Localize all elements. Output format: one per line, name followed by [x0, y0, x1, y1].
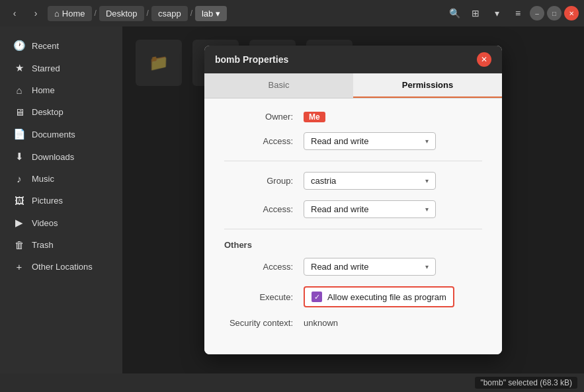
others-access-row: Access: Read and write ▾ — [224, 258, 482, 276]
properties-dialog: bomb Properties ✕ Basic Permissions Owne… — [204, 46, 502, 354]
sidebar-label-desktop: Desktop — [32, 107, 63, 117]
nav-forward-button[interactable]: › — [26, 4, 45, 22]
group-value: castria — [311, 176, 336, 186]
modal-overlay: bomb Properties ✕ Basic Permissions Owne… — [122, 26, 584, 373]
tab-permissions[interactable]: Permissions — [353, 73, 502, 98]
group-label: Group: — [224, 176, 304, 186]
sidebar-label-recent: Recent — [32, 41, 59, 51]
others-access-label: Access: — [224, 262, 304, 272]
sidebar-item-starred[interactable]: ★ Starred — [3, 57, 120, 79]
execute-checkbox-icon: ✓ — [312, 292, 322, 302]
other-locations-icon: + — [13, 261, 25, 272]
modal-close-button[interactable]: ✕ — [477, 52, 491, 67]
others-section-header: Others — [224, 240, 482, 250]
home-icon: ⌂ — [54, 9, 60, 19]
owner-access-select[interactable]: Read and write ▾ — [304, 132, 436, 150]
execute-checkbox-area[interactable]: ✓ Allow executing file as program — [304, 286, 454, 307]
sidebar-label-other-locations: Other Locations — [32, 262, 93, 272]
file-area: 📁 📁 📄 ⚙ bomb Properties ✕ Basic Permissi… — [122, 26, 584, 373]
recent-icon: 🕐 — [13, 40, 25, 52]
owner-badge: Me — [304, 112, 325, 122]
others-access-value: Read and write — [311, 262, 368, 272]
owner-access-value: Read and write — [311, 136, 368, 146]
sidebar-item-trash[interactable]: 🗑 Trash — [3, 234, 120, 256]
breadcrumb-lab-label: lab — [202, 9, 213, 19]
modal-body: Owner: Me Access: Read and write ▾ — [204, 98, 502, 354]
breadcrumb-lab[interactable]: lab ▾ — [195, 6, 227, 21]
group-select[interactable]: castria ▾ — [304, 172, 436, 190]
starred-icon: ★ — [13, 62, 25, 74]
group-chevron: ▾ — [425, 177, 429, 184]
modal-header: bomb Properties ✕ — [204, 46, 502, 73]
sidebar-label-videos: Videos — [32, 218, 58, 228]
breadcrumb-sep-1: / — [93, 9, 98, 18]
group-access-label: Access: — [224, 204, 304, 214]
sidebar-item-other-locations[interactable]: + Other Locations — [3, 256, 120, 278]
breadcrumb-sep-3: / — [189, 9, 194, 18]
breadcrumb-csapp[interactable]: csapp — [151, 6, 188, 21]
owner-row: Owner: Me — [224, 112, 482, 122]
others-access-chevron: ▾ — [425, 263, 429, 270]
execute-row: Execute: ✓ Allow executing file as progr… — [224, 286, 482, 307]
execute-checkbox-label: Allow executing file as program — [327, 292, 446, 302]
sidebar-item-videos[interactable]: ▶ Videos — [3, 212, 120, 234]
group-access-select[interactable]: Read and write ▾ — [304, 200, 436, 218]
tab-basic[interactable]: Basic — [204, 73, 353, 98]
downloads-icon: ⬇ — [13, 151, 25, 163]
menu-button[interactable]: ≡ — [509, 4, 527, 22]
sidebar-label-pictures: Pictures — [32, 196, 63, 206]
breadcrumb-home[interactable]: ⌂ Home — [48, 6, 92, 21]
view-toggle-button[interactable]: ▾ — [487, 4, 506, 22]
divider-1 — [224, 161, 482, 161]
sidebar-item-music[interactable]: ♪ Music — [3, 168, 120, 190]
close-window-button[interactable]: ✕ — [564, 6, 579, 20]
search-button[interactable]: 🔍 — [445, 4, 464, 22]
sidebar-label-documents: Documents — [32, 130, 75, 139]
nav-back-button[interactable]: ‹ — [5, 4, 24, 22]
sidebar-label-trash: Trash — [32, 240, 54, 250]
maximize-button[interactable]: □ — [547, 6, 562, 20]
breadcrumb-sep-2: / — [146, 9, 150, 18]
status-text: "bomb" selected (68.3 kB) — [475, 377, 577, 389]
owner-access-label: Access: — [224, 136, 304, 146]
sidebar-item-downloads[interactable]: ⬇ Downloads — [3, 145, 120, 168]
security-context-row: Security context: unknown — [224, 318, 482, 328]
breadcrumb-desktop-label: Desktop — [106, 9, 138, 19]
main-area: 🕐 Recent ★ Starred ⌂ Home 🖥 Desktop 📄 Do… — [0, 26, 584, 373]
owner-label: Owner: — [224, 112, 304, 122]
music-icon: ♪ — [13, 173, 25, 184]
group-access-chevron: ▾ — [425, 206, 429, 213]
pictures-icon: 🖼 — [13, 195, 25, 206]
security-context-label: Security context: — [224, 318, 304, 328]
titlebar-actions: 🔍 ⊞ ▾ ≡ – □ ✕ — [445, 4, 579, 22]
breadcrumb-desktop[interactable]: Desktop — [99, 6, 144, 21]
modal-tabs: Basic Permissions — [204, 73, 502, 98]
owner-value: Me — [304, 112, 482, 122]
breadcrumb-home-label: Home — [62, 9, 85, 19]
breadcrumb: ⌂ Home / Desktop / csapp / lab ▾ — [48, 6, 442, 21]
sidebar-item-desktop[interactable]: 🖥 Desktop — [3, 101, 120, 123]
divider-2 — [224, 229, 482, 229]
home-sidebar-icon: ⌂ — [13, 85, 25, 96]
execute-label: Execute: — [224, 292, 304, 302]
sidebar-label-home: Home — [32, 85, 55, 95]
sidebar-section-main: 🕐 Recent ★ Starred ⌂ Home 🖥 Desktop 📄 Do… — [0, 32, 122, 280]
group-row: Group: castria ▾ — [224, 172, 482, 190]
modal-title: bomb Properties — [215, 54, 288, 65]
sidebar-item-recent[interactable]: 🕐 Recent — [3, 34, 120, 57]
minimize-button[interactable]: – — [530, 6, 544, 20]
sidebar-item-home[interactable]: ⌂ Home — [3, 79, 120, 101]
videos-icon: ▶ — [13, 217, 25, 229]
sidebar-label-starred: Starred — [32, 63, 60, 73]
trash-icon: 🗑 — [13, 239, 25, 251]
group-access-row: Access: Read and write ▾ — [224, 200, 482, 218]
titlebar: ‹ › ⌂ Home / Desktop / csapp / lab ▾ 🔍 ⊞… — [0, 0, 584, 26]
sidebar-item-pictures[interactable]: 🖼 Pictures — [3, 190, 120, 212]
breadcrumb-csapp-label: csapp — [158, 9, 181, 19]
others-access-select[interactable]: Read and write ▾ — [304, 258, 436, 276]
documents-icon: 📄 — [13, 128, 25, 140]
sidebar-item-documents[interactable]: 📄 Documents — [3, 123, 120, 145]
view-list-button[interactable]: ⊞ — [466, 4, 485, 22]
owner-access-chevron: ▾ — [425, 137, 429, 145]
sidebar-label-downloads: Downloads — [32, 152, 74, 162]
